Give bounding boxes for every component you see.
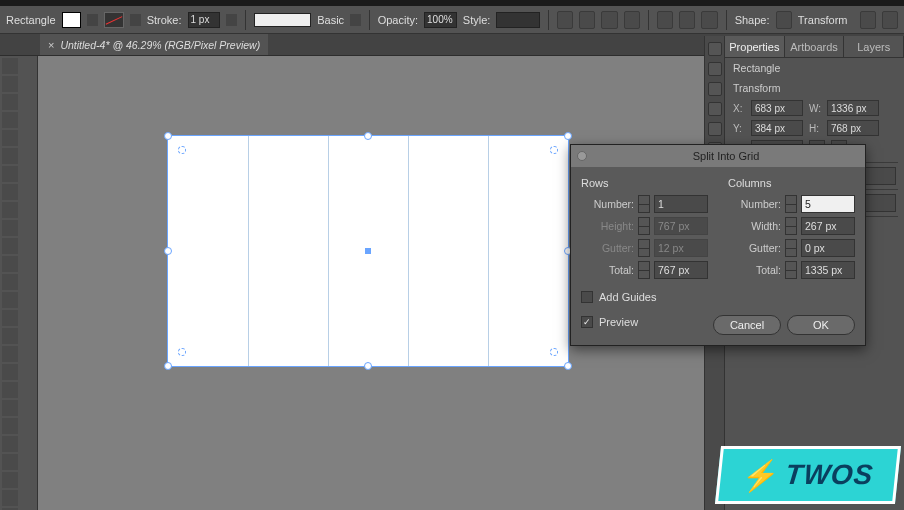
cols-width-input[interactable]: 267 px	[801, 217, 855, 235]
valign-icon-2[interactable]	[679, 11, 695, 29]
w-input[interactable]: 1336 px	[827, 100, 879, 116]
handle-tr[interactable]	[564, 132, 572, 140]
shape-menu-icon[interactable]	[776, 11, 792, 29]
document-tab[interactable]: × Untitled-4* @ 46.29% (RGB/Pixel Previe…	[40, 34, 268, 55]
stroke-profile-preview[interactable]	[254, 13, 311, 27]
tab-layers[interactable]: Layers	[844, 36, 904, 57]
rows-heading: Rows	[581, 177, 708, 189]
fill-dropdown-icon[interactable]	[87, 14, 98, 26]
ok-button[interactable]: OK	[787, 315, 855, 335]
eyedropper-tool-icon[interactable]	[2, 400, 18, 416]
valign-icon-3[interactable]	[701, 11, 717, 29]
selected-rectangle[interactable]	[168, 136, 568, 366]
rows-total-stepper[interactable]	[638, 261, 650, 279]
corner-widget-tl[interactable]	[178, 146, 186, 154]
handle-ml[interactable]	[164, 247, 172, 255]
align-icon-1[interactable]	[557, 11, 573, 29]
pencil-tool-icon[interactable]	[2, 220, 18, 236]
width-tool-icon[interactable]	[2, 292, 18, 308]
shape-builder-tool-icon[interactable]	[2, 328, 18, 344]
selection-tool-icon[interactable]	[2, 58, 18, 74]
handle-bl[interactable]	[164, 362, 172, 370]
cancel-button[interactable]: Cancel	[713, 315, 781, 335]
handle-br[interactable]	[564, 362, 572, 370]
stroke-panel-icon[interactable]	[708, 122, 722, 136]
dialog-close-icon[interactable]	[577, 151, 587, 161]
add-guides-checkbox[interactable]	[581, 291, 593, 303]
style-dropdown[interactable]	[496, 12, 540, 28]
cols-gutter-stepper[interactable]	[785, 239, 797, 257]
opacity-input[interactable]: 100%	[424, 12, 457, 28]
cols-number-label: Number:	[741, 198, 781, 210]
brushes-panel-icon[interactable]	[708, 82, 722, 96]
tab-properties[interactable]: Properties	[725, 36, 785, 57]
align-icon-2[interactable]	[579, 11, 595, 29]
tab-artboards[interactable]: Artboards	[785, 36, 845, 57]
stroke-dropdown-icon[interactable]	[130, 14, 141, 26]
transform-btn-label[interactable]: Transform	[798, 14, 848, 26]
slice-tool-icon[interactable]	[2, 490, 18, 506]
handle-bc[interactable]	[364, 362, 372, 370]
rectangle-tool-icon[interactable]	[2, 184, 18, 200]
symbols-panel-icon[interactable]	[708, 102, 722, 116]
corner-widget-bl[interactable]	[178, 348, 186, 356]
swatches-panel-icon[interactable]	[708, 62, 722, 76]
type-tool-icon[interactable]	[2, 148, 18, 164]
watermark-logo: ⚡ TWOS	[715, 446, 901, 504]
align-icon-4[interactable]	[624, 11, 640, 29]
artboard-tool-icon[interactable]	[2, 472, 18, 488]
corner-widget-br[interactable]	[550, 348, 558, 356]
mesh-tool-icon[interactable]	[2, 364, 18, 380]
blend-tool-icon[interactable]	[2, 418, 18, 434]
fill-swatch[interactable]	[62, 12, 82, 28]
align-icon-3[interactable]	[601, 11, 617, 29]
rotate-tool-icon[interactable]	[2, 256, 18, 272]
preview-checkbox[interactable]	[581, 316, 593, 328]
eraser-tool-icon[interactable]	[2, 238, 18, 254]
corner-widget-tr[interactable]	[550, 146, 558, 154]
direct-select-tool-icon[interactable]	[2, 76, 18, 92]
dialog-title: Split Into Grid	[593, 150, 859, 162]
handle-tl[interactable]	[164, 132, 172, 140]
y-input[interactable]: 384 px	[751, 120, 803, 136]
perspective-tool-icon[interactable]	[2, 346, 18, 362]
x-input[interactable]: 683 px	[751, 100, 803, 116]
handle-tc[interactable]	[364, 132, 372, 140]
scale-tool-icon[interactable]	[2, 274, 18, 290]
rows-number-input[interactable]: 1	[654, 195, 708, 213]
valign-icon-1[interactable]	[657, 11, 673, 29]
rows-number-stepper[interactable]	[638, 195, 650, 213]
color-panel-icon[interactable]	[708, 42, 722, 56]
essentials-icon[interactable]	[882, 11, 898, 29]
cols-width-stepper[interactable]	[785, 217, 797, 235]
magic-wand-tool-icon[interactable]	[2, 94, 18, 110]
stroke-weight-dd-icon[interactable]	[226, 14, 237, 26]
rows-gutter-stepper	[638, 239, 650, 257]
graph-tool-icon[interactable]	[2, 454, 18, 470]
stroke-swatch[interactable]	[104, 12, 124, 28]
free-transform-tool-icon[interactable]	[2, 310, 18, 326]
cols-number-stepper[interactable]	[785, 195, 797, 213]
watermark-text: TWOS	[784, 459, 875, 491]
line-tool-icon[interactable]	[2, 166, 18, 182]
arrange-icon[interactable]	[860, 11, 876, 29]
rows-height-label: Height:	[601, 220, 634, 232]
cols-total-input[interactable]: 1335 px	[801, 261, 855, 279]
h-input[interactable]: 768 px	[827, 120, 879, 136]
rows-total-input[interactable]: 767 px	[654, 261, 708, 279]
brush-tool-icon[interactable]	[2, 202, 18, 218]
cols-total-stepper[interactable]	[785, 261, 797, 279]
symbol-sprayer-icon[interactable]	[2, 436, 18, 452]
gradient-tool-icon[interactable]	[2, 382, 18, 398]
shape-btn-label[interactable]: Shape:	[735, 14, 770, 26]
cols-gutter-label: Gutter:	[749, 242, 781, 254]
cols-gutter-input[interactable]: 0 px	[801, 239, 855, 257]
profile-dd-icon[interactable]	[350, 14, 361, 26]
lasso-tool-icon[interactable]	[2, 112, 18, 128]
cols-number-input[interactable]: 5	[801, 195, 855, 213]
pen-tool-icon[interactable]	[2, 130, 18, 146]
rows-height-input: 767 px	[654, 217, 708, 235]
stroke-weight-input[interactable]: 1 px	[188, 12, 221, 28]
w-label: W:	[809, 103, 821, 114]
close-tab-icon[interactable]: ×	[48, 39, 54, 51]
